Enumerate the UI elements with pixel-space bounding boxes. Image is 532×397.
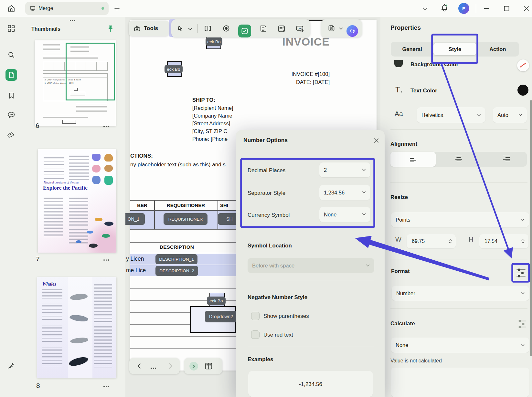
invoice-date: DATE: [DATE] <box>233 79 330 85</box>
divider <box>390 183 527 183</box>
ship-to-heading: SHIP TO: <box>192 97 215 103</box>
maximize-icon <box>504 6 509 11</box>
align-center-button[interactable] <box>441 155 477 163</box>
sidebar-item-thumbnails[interactable] <box>5 69 17 81</box>
checkbox-tool-active[interactable] <box>238 25 251 37</box>
resize-unit-dropdown[interactable]: Points <box>391 212 529 227</box>
font-size-dropdown[interactable]: Auto <box>493 107 527 123</box>
sidebar-item-attachments[interactable] <box>5 130 17 141</box>
tab-general[interactable]: General <box>391 42 433 57</box>
height-stepper[interactable] <box>521 239 525 244</box>
show-parentheses-label: Show parentheses <box>263 313 309 319</box>
chevron-down-icon[interactable] <box>188 28 192 30</box>
listbox-tool-icon[interactable] <box>277 25 286 33</box>
app-window: eck Bo INVOICE INVOICE #[100] DATE: [DAT… <box>0 0 532 397</box>
calculate-dropdown[interactable]: None <box>391 338 529 353</box>
separator-style-dropdown[interactable]: 1,234.56 <box>319 185 370 200</box>
close-button[interactable] <box>522 4 531 13</box>
chevron-down-icon <box>422 7 428 10</box>
field-tag: eck Bo <box>165 65 183 73</box>
align-right-button[interactable] <box>488 155 525 163</box>
table-header-cell: BER <box>130 203 154 208</box>
width-input[interactable]: 69.75 <box>407 234 456 248</box>
decimal-places-dropdown[interactable]: 2 <box>319 162 370 177</box>
close-icon <box>374 138 379 143</box>
sidebar-item-comments[interactable] <box>5 109 17 121</box>
dialog-close-button[interactable] <box>372 136 381 145</box>
font-family-value: Helvetica <box>421 112 443 118</box>
tab-style[interactable]: Style <box>433 43 476 55</box>
select-cursor-icon[interactable] <box>176 25 184 32</box>
currency-symbol-dropdown[interactable]: None <box>319 207 370 222</box>
chevron-down-icon <box>362 191 366 194</box>
calculate-options-icon[interactable] <box>517 319 527 329</box>
background-color-swatch[interactable] <box>517 59 529 71</box>
page-menu-button[interactable] <box>103 386 109 387</box>
account-avatar[interactable]: E <box>458 3 469 14</box>
save-icon[interactable] <box>327 24 335 32</box>
expand-panel-icon[interactable] <box>189 362 198 371</box>
page-menu-button[interactable] <box>103 259 109 261</box>
thumbnail-page-6[interactable]: 2 UPDF Yearly License 39.99 $ 79.98 1 UP… <box>35 40 116 126</box>
text-color-swatch[interactable] <box>517 85 528 96</box>
sidebar-item-apps[interactable] <box>5 23 17 34</box>
calculate-expression-box[interactable] <box>391 368 529 397</box>
home-button[interactable] <box>6 4 16 13</box>
radio-button-tool-icon[interactable] <box>222 25 230 32</box>
text-field-tool-icon[interactable] <box>204 25 212 32</box>
toolbox-icon <box>133 25 141 32</box>
thumbnail-page-8[interactable]: Whales <box>37 277 116 378</box>
notifications-button[interactable] <box>439 3 450 14</box>
panel-scrollbar[interactable] <box>530 100 532 356</box>
font-family-dropdown[interactable]: Helvetica <box>417 107 485 123</box>
width-stepper[interactable] <box>449 239 452 244</box>
bell-icon <box>440 4 449 13</box>
new-tab-button[interactable] <box>112 4 122 13</box>
align-left-button[interactable] <box>390 152 436 167</box>
decimal-places-label: Decimal Places <box>248 167 285 174</box>
sidebar-item-signature[interactable] <box>5 360 17 372</box>
dropdown-tool-icon[interactable] <box>259 25 268 33</box>
show-parentheses-checkbox[interactable] <box>251 312 260 320</box>
book-view-icon[interactable] <box>204 362 213 371</box>
tools-button[interactable]: Tools <box>129 21 169 36</box>
height-input[interactable]: 17.54 <box>479 234 528 248</box>
toolbar-divider <box>197 24 198 33</box>
panel-drag-handle[interactable] <box>70 20 75 21</box>
page-nav-more[interactable] <box>151 368 156 369</box>
sidebar-item-bookmarks[interactable] <box>5 90 17 101</box>
alignment-heading: Alignment <box>390 141 417 147</box>
thumbnail-page-7[interactable]: Magical creatures of the sea. Explore th… <box>38 149 116 253</box>
pin-icon[interactable] <box>107 25 114 33</box>
page-icon <box>7 71 15 79</box>
chevron-down-icon <box>521 292 525 295</box>
document-tab[interactable]: Merge <box>25 2 109 15</box>
maximize-button[interactable] <box>502 4 511 13</box>
tab-action[interactable]: Action <box>476 42 519 57</box>
push-button-tool-icon[interactable]: OK <box>295 25 305 33</box>
separator-style-label: Separator Style <box>248 190 285 196</box>
page-menu-button[interactable] <box>103 126 109 127</box>
sidebar-item-search[interactable] <box>5 49 17 61</box>
chevron-down-icon[interactable] <box>339 27 343 30</box>
home-icon <box>7 4 16 13</box>
symbol-location-value: Before with space <box>252 263 294 269</box>
prev-page-icon[interactable] <box>137 363 141 369</box>
width-value: 69.75 <box>412 238 425 244</box>
format-dropdown[interactable]: Number <box>392 286 529 301</box>
font-icon: Aa <box>395 110 403 118</box>
use-red-text-checkbox[interactable] <box>251 330 260 339</box>
field-tag: eck Bo <box>206 37 222 46</box>
background-color-icon <box>394 60 403 68</box>
calculate-value: None <box>396 342 408 348</box>
ai-assistant-icon[interactable] <box>346 25 358 37</box>
document-tab-label: Merge <box>38 5 53 11</box>
toolbar-collapse-button[interactable] <box>420 5 430 13</box>
format-heading: Format <box>391 268 410 275</box>
format-options-icon[interactable] <box>516 268 526 278</box>
page-number: 6 <box>36 122 39 130</box>
next-page-icon[interactable] <box>169 363 173 369</box>
minimize-button[interactable] <box>482 4 491 13</box>
example-value: -1,234.56 <box>299 381 322 397</box>
divider <box>248 346 374 346</box>
